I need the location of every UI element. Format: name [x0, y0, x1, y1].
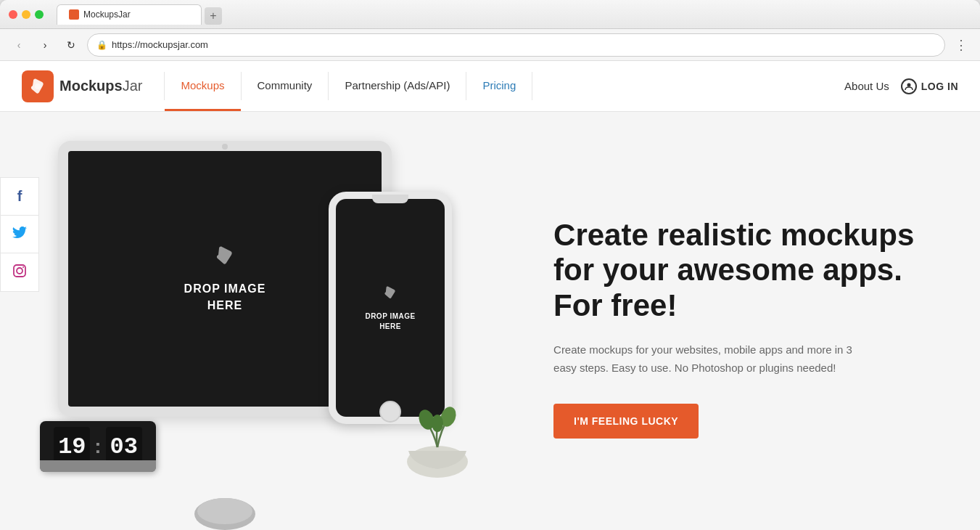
logo-text: MockupsJar	[59, 78, 142, 94]
twitter-link[interactable]	[1, 216, 38, 253]
iphone-drop-icon	[382, 285, 398, 304]
close-button[interactable]	[9, 10, 17, 19]
svg-point-1	[907, 83, 910, 86]
instagram-link[interactable]	[1, 253, 38, 291]
website-content: MockupsJar Mockups Community Partnership…	[0, 61, 980, 530]
social-sidebar: f	[0, 177, 39, 292]
header-right: About Us LOG IN	[844, 78, 958, 94]
tab-favicon	[69, 9, 79, 20]
svg-point-12	[197, 498, 252, 524]
nav-item-pricing[interactable]: Pricing	[466, 61, 532, 111]
logo-icon	[22, 70, 54, 102]
mouse-svg	[189, 494, 261, 530]
plant-svg	[394, 396, 481, 484]
nav-item-partnership[interactable]: Partnership (Ads/API)	[329, 61, 466, 111]
nav-item-community[interactable]: Community	[242, 61, 329, 111]
lock-icon: 🔒	[96, 40, 107, 50]
tab-title: MockupsJar	[83, 9, 131, 20]
url-text: https://mockupsjar.com	[112, 39, 208, 50]
browser-window: MockupsJar + ‹ › ↻ 🔒 https://mockupsjar.…	[0, 0, 980, 530]
about-link[interactable]: About Us	[844, 80, 889, 92]
iphone-mockup[interactable]: DROP IMAGE HERE	[329, 192, 452, 424]
maximize-button[interactable]	[35, 10, 44, 19]
minimize-button[interactable]	[22, 10, 30, 19]
hero-text-area: Create realistic mockups for your awesom…	[539, 112, 980, 530]
iphone-frame: DROP IMAGE HERE	[329, 192, 452, 424]
browser-menu-button[interactable]: ⋮	[951, 35, 971, 55]
traffic-lights	[9, 10, 44, 19]
ipad-drop-text: DROP IMAGE HERE	[184, 281, 266, 314]
forward-button[interactable]: ›	[35, 35, 55, 55]
clock-decoration: 19 : 03	[40, 421, 156, 472]
hero-section: DROP IMAGE HERE	[0, 112, 980, 530]
main-nav: Mockups Community Partnership (Ads/API) …	[164, 61, 844, 111]
instagram-icon	[12, 264, 27, 282]
iphone-screen[interactable]: DROP IMAGE HERE	[336, 199, 445, 417]
twitter-icon	[12, 227, 27, 242]
hero-subtitle: Create mockups for your websites, mobile…	[553, 341, 858, 378]
back-button[interactable]: ‹	[9, 35, 29, 55]
cta-button[interactable]: I'M FEELING LUCKY	[553, 404, 699, 439]
svg-point-4	[22, 266, 24, 268]
logo[interactable]: MockupsJar	[22, 70, 142, 102]
reload-button[interactable]: ↻	[61, 35, 81, 55]
svg-point-10	[432, 415, 443, 432]
site-header: MockupsJar Mockups Community Partnership…	[0, 61, 980, 112]
facebook-link[interactable]: f	[1, 178, 38, 216]
new-tab-button[interactable]: +	[205, 7, 222, 25]
svg-point-5	[221, 252, 228, 259]
hero-title: Create realistic mockups for your awesom…	[553, 218, 944, 323]
devices-area: DROP IMAGE HERE	[0, 112, 539, 530]
browser-toolbar: ‹ › ↻ 🔒 https://mockupsjar.com ⋮	[0, 29, 980, 61]
mouse-decoration	[189, 494, 261, 530]
address-bar[interactable]: 🔒 https://mockupsjar.com	[87, 33, 945, 57]
clock-colon: :	[94, 435, 101, 458]
nav-divider-5	[532, 72, 532, 100]
active-tab[interactable]: MockupsJar	[57, 4, 202, 25]
browser-tabs: MockupsJar +	[57, 4, 971, 25]
clock-base	[40, 460, 156, 472]
login-button[interactable]: LOG IN	[901, 78, 958, 94]
svg-point-6	[388, 290, 393, 295]
plant-decoration	[394, 396, 481, 486]
user-icon	[901, 78, 917, 94]
browser-titlebar: MockupsJar +	[0, 0, 980, 29]
svg-point-0	[35, 83, 41, 89]
ipad-camera	[222, 144, 228, 150]
iphone-notch	[372, 195, 408, 203]
svg-point-3	[17, 268, 22, 274]
nav-item-mockups[interactable]: Mockups	[165, 61, 240, 111]
ipad-drop-icon	[213, 244, 236, 272]
iphone-drop-text: DROP IMAGE HERE	[365, 311, 415, 332]
facebook-icon: f	[17, 188, 22, 205]
